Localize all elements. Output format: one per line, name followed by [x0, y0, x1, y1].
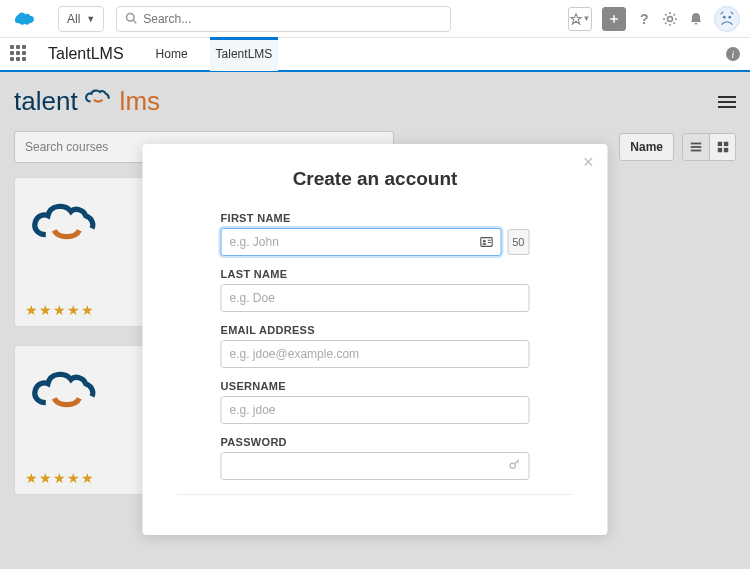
svg-point-16 [723, 15, 726, 18]
svg-line-14 [674, 14, 676, 16]
user-avatar[interactable] [714, 6, 740, 32]
last-name-label: LAST NAME [221, 268, 530, 280]
gear-icon[interactable] [662, 11, 678, 27]
email-input[interactable] [221, 340, 530, 368]
scope-label: All [67, 12, 80, 26]
salesforce-header: All ▼ ▼ ? [0, 0, 750, 38]
field-last-name: LAST NAME [221, 268, 530, 312]
email-label: EMAIL ADDRESS [221, 324, 530, 336]
last-name-input[interactable] [221, 284, 530, 312]
create-account-modal: × Create an account FIRST NAME 50 LAST N… [143, 144, 608, 535]
username-label: USERNAME [221, 380, 530, 392]
close-icon[interactable]: × [583, 152, 594, 173]
embedded-app: talent lms Search courses Name [0, 72, 750, 569]
username-input[interactable] [221, 396, 530, 424]
password-input[interactable] [221, 452, 530, 480]
svg-line-31 [517, 461, 519, 463]
favorites-button[interactable]: ▼ [568, 7, 592, 31]
first-name-input[interactable] [221, 228, 502, 256]
caret-down-icon: ▼ [86, 14, 95, 24]
salesforce-logo-icon [10, 9, 38, 29]
caret-down-icon: ▼ [583, 14, 591, 23]
header-actions: ▼ ? [568, 6, 740, 32]
modal-title: Create an account [149, 168, 602, 190]
signup-form: FIRST NAME 50 LAST NAME EMAIL ADDRESS [149, 212, 602, 480]
field-first-name: FIRST NAME 50 [221, 212, 530, 256]
svg-line-11 [665, 14, 667, 16]
svg-point-0 [127, 13, 135, 21]
svg-line-12 [674, 22, 676, 24]
contact-card-icon [479, 235, 493, 249]
divider [177, 494, 574, 495]
first-name-label: FIRST NAME [221, 212, 530, 224]
bell-icon[interactable] [688, 11, 704, 27]
search-icon [125, 10, 137, 28]
svg-line-13 [665, 22, 667, 24]
global-search[interactable] [116, 6, 451, 32]
svg-point-15 [717, 8, 737, 28]
app-launcher-icon[interactable] [10, 45, 28, 63]
salesforce-nav: TalentLMS Home TalentLMS i [0, 38, 750, 72]
svg-point-6 [668, 16, 673, 21]
svg-line-1 [134, 20, 137, 23]
info-icon[interactable]: i [726, 47, 740, 61]
scope-dropdown[interactable]: All ▼ [58, 6, 104, 32]
nav-home[interactable]: Home [150, 37, 194, 71]
add-button[interactable] [602, 7, 626, 31]
password-label: PASSWORD [221, 436, 530, 448]
svg-point-26 [483, 240, 486, 243]
svg-text:?: ? [640, 11, 649, 27]
nav-talentlms[interactable]: TalentLMS [210, 37, 279, 71]
svg-marker-2 [570, 13, 581, 24]
char-counter: 50 [507, 229, 529, 255]
field-password: PASSWORD [221, 436, 530, 480]
global-search-input[interactable] [143, 12, 442, 26]
help-icon[interactable]: ? [636, 11, 652, 27]
key-icon[interactable] [508, 457, 522, 475]
app-title: TalentLMS [48, 45, 124, 63]
field-email: EMAIL ADDRESS [221, 324, 530, 368]
field-username: USERNAME [221, 380, 530, 424]
svg-point-17 [728, 15, 731, 18]
